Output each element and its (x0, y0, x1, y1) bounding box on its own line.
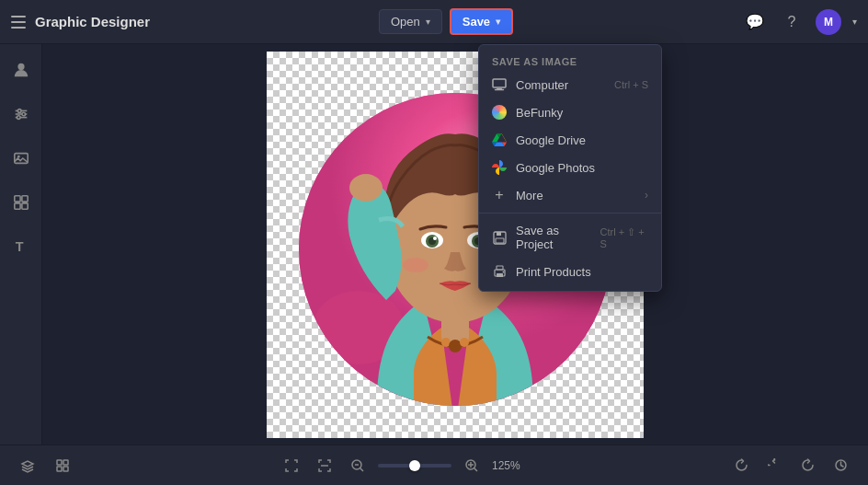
open-chevron-icon: ▾ (426, 17, 430, 27)
chat-icon[interactable]: 💬 (742, 9, 768, 35)
svg-rect-20 (21, 196, 27, 202)
svg-rect-19 (14, 196, 19, 202)
svg-point-10 (17, 64, 24, 70)
svg-rect-8 (497, 273, 503, 277)
save-button[interactable]: Save ▾ (450, 8, 513, 35)
header-left: Graphic Designer (11, 14, 150, 29)
undo-button[interactable] (761, 453, 787, 479)
monitor-icon (492, 77, 507, 92)
svg-point-44 (349, 174, 383, 202)
svg-point-42 (403, 258, 428, 272)
help-icon[interactable]: ? (779, 9, 805, 35)
svg-point-16 (17, 116, 20, 120)
svg-point-15 (21, 112, 25, 116)
sidebar-icon-adjustments[interactable] (6, 99, 36, 129)
svg-rect-22 (21, 203, 27, 209)
menu-item-print-products[interactable]: Print Products (479, 258, 661, 285)
printer-icon (492, 264, 507, 279)
sidebar-icon-elements[interactable] (6, 188, 36, 217)
bottom-toolbar-right (728, 453, 853, 479)
history-button[interactable] (828, 453, 853, 479)
header-right: 💬 ? M ▾ (742, 9, 857, 35)
sidebar-icon-image[interactable] (6, 144, 36, 173)
save-chevron-icon: ▾ (496, 17, 500, 27)
menu-item-befunky[interactable]: BeFunky (479, 98, 661, 126)
svg-rect-47 (57, 467, 62, 471)
menu-section-title: Save as Image (479, 51, 661, 71)
sidebar: T (0, 44, 42, 445)
layers-bottom-button[interactable] (15, 453, 40, 479)
google-photos-icon (492, 160, 507, 175)
sidebar-icon-person[interactable] (6, 55, 36, 85)
avatar-chevron-icon[interactable]: ▾ (852, 17, 857, 27)
zoom-level: 125% (492, 459, 525, 472)
svg-rect-45 (57, 460, 62, 465)
svg-rect-0 (493, 79, 506, 87)
hamburger-menu[interactable] (11, 16, 26, 29)
avatar[interactable]: M (816, 9, 841, 35)
zoom-slider[interactable] (378, 464, 451, 468)
svg-point-32 (460, 338, 469, 347)
svg-rect-5 (496, 238, 504, 243)
save-dropdown-menu: Save as Image Computer Ctrl + S BeFunky (478, 44, 662, 292)
svg-rect-17 (14, 154, 27, 164)
fit-screen-button[interactable] (279, 453, 304, 479)
header: Graphic Designer Open ▾ Save ▾ 💬 ? M ▾ (0, 0, 868, 44)
menu-item-more[interactable]: + More › (479, 181, 661, 209)
reset-button[interactable] (728, 453, 754, 479)
svg-point-9 (502, 271, 504, 272)
plus-icon: + (492, 188, 507, 202)
svg-rect-7 (497, 266, 503, 270)
svg-rect-21 (14, 203, 19, 209)
svg-rect-4 (497, 232, 501, 236)
svg-point-14 (17, 110, 21, 113)
canvas-area (42, 44, 868, 445)
befunky-icon (492, 105, 507, 120)
menu-item-save-project[interactable]: Save as Project Ctrl + ⇧ + S (479, 217, 661, 258)
bottom-toolbar-center: 125% (279, 453, 525, 479)
zoom-in-button[interactable] (459, 453, 485, 479)
menu-divider (479, 213, 661, 214)
svg-line-52 (360, 468, 364, 471)
menu-item-google-photos[interactable]: Google Photos (479, 154, 661, 181)
open-button[interactable]: Open ▾ (379, 9, 442, 34)
fit-width-button[interactable] (312, 453, 337, 479)
menu-item-google-drive[interactable]: Google Drive (479, 126, 661, 154)
svg-point-40 (433, 237, 437, 240)
svg-rect-46 (63, 460, 68, 465)
header-center: Open ▾ Save ▾ (379, 8, 513, 35)
bottom-toolbar-left (15, 453, 75, 479)
bottom-toolbar: 125% (0, 445, 868, 485)
svg-rect-48 (63, 467, 68, 471)
arrow-right-icon: › (645, 189, 648, 202)
svg-line-56 (474, 468, 478, 471)
google-drive-icon (492, 133, 507, 147)
grid-view-button[interactable] (50, 453, 75, 479)
main-area: T (0, 44, 868, 445)
svg-point-31 (449, 340, 462, 352)
zoom-out-button[interactable] (345, 453, 371, 479)
zoom-thumb (409, 460, 420, 471)
menu-item-computer[interactable]: Computer Ctrl + S (479, 71, 661, 98)
save-project-icon (492, 230, 507, 245)
svg-text:T: T (15, 239, 23, 254)
sidebar-icon-text[interactable]: T (6, 232, 36, 261)
app-title: Graphic Designer (35, 14, 150, 29)
redo-button[interactable] (794, 453, 820, 479)
